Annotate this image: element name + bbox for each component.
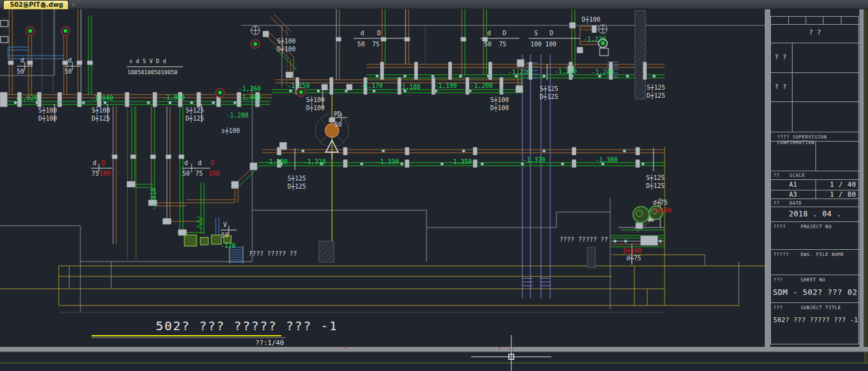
subject-value: 502? ??? ????? ??? -1 <box>773 317 858 323</box>
svg-text:S┼125: S┼125 <box>540 85 558 93</box>
file-word: DWG. FILE NAME <box>801 252 844 257</box>
svg-text:???? ????? ??: ???? ????? ?? <box>249 250 297 257</box>
svg-text:D┼125: D┼125 <box>185 114 204 122</box>
scale-a1-size: A1 <box>771 181 815 188</box>
svg-text:75: 75 <box>91 170 99 177</box>
svg-text:75: 75 <box>372 41 380 48</box>
svg-text:50: 50 <box>357 41 365 48</box>
svg-text:D┼100: D┼100 <box>277 45 296 53</box>
titleblock-header: ? ? <box>771 29 859 36</box>
sheet-value: SDM - 502? ??? 02 <box>771 288 859 297</box>
svg-text:S┼100: S┼100 <box>490 96 509 104</box>
svg-text:D: D <box>377 30 381 36</box>
svg-text:D┼125: D┼125 <box>540 93 558 101</box>
svg-text:-1,310: -1,310 <box>304 158 326 165</box>
sheet-border-band-left <box>765 9 770 347</box>
svg-text:100: 100 <box>100 170 111 177</box>
date-word: DATE <box>789 200 802 206</box>
svg-text:-1,230: -1,230 <box>555 68 577 75</box>
svg-text:???? ????? ??: ???? ????? ?? <box>560 236 608 243</box>
scale-label: ?? <box>773 173 780 178</box>
date-value: 2018 . 04 . <box>771 210 859 218</box>
drawing-tab[interactable]: 502동PIT층.dwg <box>3 0 69 9</box>
svg-text:d: d <box>184 160 188 166</box>
project-word: PROJECT NO <box>801 224 832 229</box>
svg-text:-1,170: -1,170 <box>360 82 383 89</box>
titleblock-row1-label: ? ? <box>775 54 787 61</box>
file-label: ????? <box>773 252 789 257</box>
sheet-label: ??? <box>773 277 783 283</box>
svg-text:100501005010050: 100501005010050 <box>127 69 177 75</box>
svg-text:d: d <box>93 160 96 166</box>
svg-text:50: 50 <box>17 68 24 75</box>
svg-text:d: d <box>487 30 491 36</box>
scale-word: SCALE <box>789 173 805 178</box>
svg-text:D: D <box>550 30 553 36</box>
svg-text:d: d <box>20 57 24 64</box>
project-label: ???? <box>773 224 786 229</box>
svg-text:S┼125: S┼125 <box>287 174 306 182</box>
svg-text:D┼100: D┼100 <box>623 247 642 255</box>
svg-text:S┼100: S┼100 <box>38 106 57 114</box>
svg-text:100: 100 <box>545 41 556 48</box>
svg-text:d┼75: d┼75 <box>653 198 668 207</box>
svg-text:S┼125: S┼125 <box>646 174 665 182</box>
svg-text:D┼100: D┼100 <box>582 15 600 23</box>
svg-text:-1,020: -1,020 <box>15 95 38 101</box>
svg-text:D┼100: D┼100 <box>653 207 671 215</box>
svg-text:D┼100: D┼100 <box>38 114 57 122</box>
sheet-border-band-right <box>859 9 864 347</box>
date-label: ?? <box>773 200 780 206</box>
svg-text:PD: PD <box>334 111 341 117</box>
svg-text:D┼125: D┼125 <box>647 92 665 100</box>
svg-text:-170: -170 <box>221 242 236 249</box>
drawing-title: 502? ??? ????? ??? -1 <box>156 318 338 333</box>
svg-text:-1,040: -1,040 <box>91 95 113 101</box>
svg-text:V: V <box>223 221 227 228</box>
svg-text:S┼100: S┼100 <box>91 106 110 114</box>
svg-text:D: D <box>503 30 506 36</box>
svg-text:75: 75 <box>499 41 506 48</box>
svg-text:50: 50 <box>64 68 72 75</box>
svg-text:D┼100: D┼100 <box>306 104 325 112</box>
sheet-word: SHEET NO <box>801 277 825 283</box>
drawing-scale-note: ??:1/40 <box>255 339 284 347</box>
svg-text:D┼100: D┼100 <box>490 104 509 112</box>
scale-a3-size: A3 <box>771 191 815 198</box>
svg-text:-1,010: -1,010 <box>150 188 157 210</box>
document-tab-bar: 502동PIT층.dwg ✕ <box>0 0 868 9</box>
title-block: ? ? ? ? ? ? ???? SUPERVISION CONFIRMATIO… <box>770 16 859 344</box>
svg-text:-1,380: -1,380 <box>595 156 618 163</box>
svg-text:D: D <box>211 160 215 166</box>
supervision-label: ???? SUPERVISION CONFIRMATION <box>777 134 858 145</box>
svg-text:50: 50 <box>484 41 491 48</box>
subject-label: ??? <box>773 305 783 310</box>
svg-text:S┼100: S┼100 <box>277 37 296 45</box>
svg-text:-1,260: -1,260 <box>239 85 261 92</box>
svg-text:s┼100: s┼100 <box>221 127 240 135</box>
svg-text:50: 50 <box>334 121 342 128</box>
svg-text:S: S <box>534 30 538 36</box>
svg-text:100: 100 <box>208 170 219 177</box>
svg-text:s d S V D d: s d S V D d <box>129 58 166 64</box>
scale-a1-value: 1 / 40 <box>818 181 856 189</box>
svg-text:S┼125: S┼125 <box>185 106 204 114</box>
svg-text:-1,240: -1,240 <box>592 69 614 75</box>
svg-text:D┼125: D┼125 <box>646 182 665 190</box>
svg-text:-1,280: -1,280 <box>226 112 249 119</box>
tab-close-icon[interactable]: ✕ <box>69 1 78 9</box>
svg-text:-1,300: -1,300 <box>265 158 287 165</box>
paper-edge-layer <box>0 347 868 352</box>
svg-text:75: 75 <box>195 170 203 177</box>
svg-text:D: D <box>101 160 105 166</box>
svg-text:-1,060: -1,060 <box>163 94 185 101</box>
svg-text:-1,220: -1,220 <box>584 36 606 43</box>
svg-text:50: 50 <box>182 170 190 177</box>
scale-a3-value: 1 / 80 <box>818 190 856 198</box>
cad-canvas[interactable]: d50d50s d S V D d100501005010050S┼100D┼1… <box>0 0 868 371</box>
svg-text:100: 100 <box>530 41 542 48</box>
svg-text:-1,370: -1,370 <box>523 156 545 163</box>
svg-text:d: d <box>360 30 364 36</box>
svg-text:d: d <box>68 57 72 64</box>
svg-text:-1,150: -1,150 <box>287 82 310 89</box>
